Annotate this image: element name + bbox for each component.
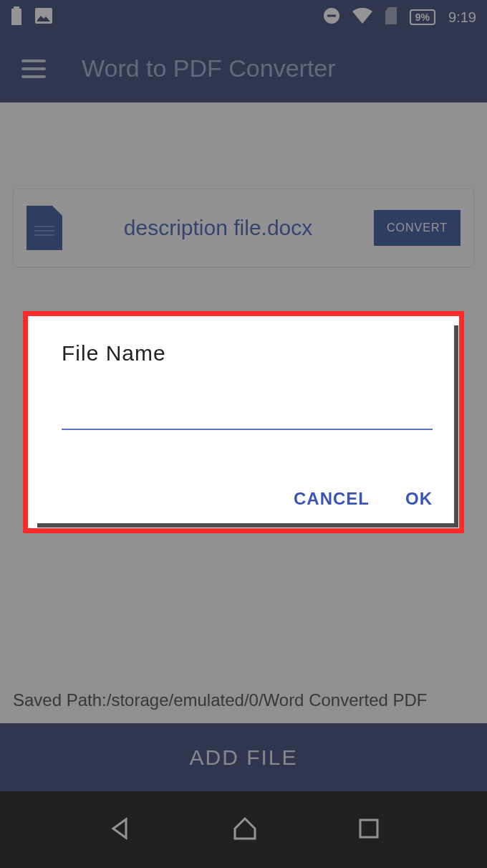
do-not-disturb-icon bbox=[324, 8, 339, 27]
navigation-bar bbox=[0, 791, 487, 868]
recent-apps-icon[interactable] bbox=[358, 818, 380, 842]
back-icon[interactable] bbox=[107, 816, 132, 844]
file-name-input[interactable] bbox=[62, 398, 433, 430]
menu-icon[interactable] bbox=[21, 59, 46, 78]
svg-rect-3 bbox=[360, 820, 377, 837]
file-card: description file.docx CONVERT bbox=[13, 189, 474, 267]
svg-rect-2 bbox=[327, 14, 336, 16]
saved-path-label: Saved Path:/storage/emulated/0/Word Conv… bbox=[13, 688, 474, 712]
add-file-bar: ADD FILE bbox=[0, 723, 487, 791]
dialog-highlight-box: File Name CANCEL OK bbox=[23, 311, 464, 533]
app-bar: Word to PDF Converter bbox=[0, 34, 487, 102]
ok-button[interactable]: OK bbox=[405, 489, 433, 509]
cancel-button[interactable]: CANCEL bbox=[294, 489, 370, 509]
battery-full-icon bbox=[11, 6, 22, 29]
dialog-title: File Name bbox=[62, 341, 433, 366]
add-file-button[interactable]: ADD FILE bbox=[189, 745, 297, 770]
document-icon bbox=[26, 206, 62, 250]
file-name-dialog: File Name CANCEL OK bbox=[33, 321, 454, 523]
wifi-icon bbox=[352, 8, 372, 27]
status-bar: 9% 9:19 bbox=[0, 0, 487, 34]
home-icon[interactable] bbox=[232, 816, 258, 844]
convert-button[interactable]: CONVERT bbox=[374, 210, 461, 246]
sd-card-icon bbox=[385, 7, 397, 28]
battery-status: 9% bbox=[410, 9, 435, 25]
app-title: Word to PDF Converter bbox=[82, 54, 336, 82]
image-icon bbox=[35, 8, 52, 27]
clock-time: 9:19 bbox=[448, 9, 476, 26]
file-name-label: description file.docx bbox=[62, 216, 374, 240]
